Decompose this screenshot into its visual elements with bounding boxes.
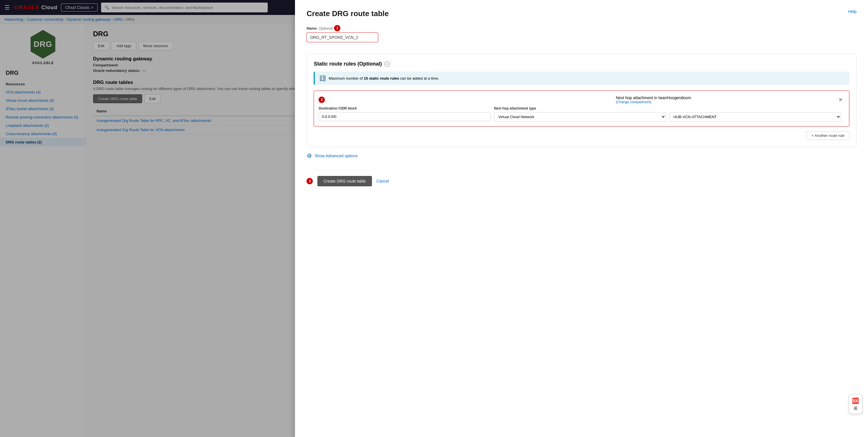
- step-badge-3: 3: [307, 178, 313, 184]
- static-route-rules-section: Static route rules (Optional) i ℹ️ Maxim…: [307, 54, 857, 147]
- another-route-rule-button[interactable]: + Another route rule: [807, 131, 849, 140]
- static-rules-header: Static route rules (Optional) i: [314, 61, 849, 67]
- show-advanced-options[interactable]: ⚙️ Show Advanced options: [307, 153, 857, 158]
- modal-overlay: Create DRG route table Help Name Optiona…: [0, 0, 868, 437]
- info-banner: ℹ️ Maximum number of 15 static route rul…: [314, 71, 849, 85]
- destination-cidr-input[interactable]: [318, 112, 490, 121]
- modal-title: Create DRG route table: [307, 9, 389, 18]
- help-float-grid-icon: ⊞: [854, 405, 857, 411]
- route-rule-step-row: 2 Next hop attachment in IwanHoogendoorn…: [318, 95, 844, 104]
- step-badge-2: 2: [318, 96, 325, 103]
- close-route-rule-button[interactable]: ✕: [837, 96, 844, 104]
- show-advanced-label: Show Advanced options: [314, 153, 357, 158]
- next-hop-type-select[interactable]: Virtual Cloud Network IP Sec tunnel Virt…: [494, 112, 666, 122]
- next-hop-type-column: Next hop attachment type Virtual Cloud N…: [494, 106, 666, 122]
- destination-cidr-column: Destination CIDR block: [318, 106, 490, 121]
- another-route-btn-row: + Another route rule: [314, 131, 849, 140]
- next-hop-attachment-column: HUB-VCN-ATTACHMENT: [669, 106, 841, 122]
- next-hop-type-header: Next hop attachment type: [494, 106, 666, 110]
- name-input[interactable]: [307, 32, 378, 42]
- info-banner-text: Maximum number of 15 static route rules …: [329, 76, 439, 81]
- name-label-text: Name: [307, 26, 316, 30]
- modal-header: Create DRG route table Help: [307, 9, 857, 18]
- modal-footer: 3 Create DRG route table Cancel: [307, 170, 857, 186]
- step-badge-1: 1: [334, 25, 340, 31]
- cancel-button[interactable]: Cancel: [377, 179, 389, 183]
- create-drg-route-table-modal: Create DRG route table Help Name Optiona…: [295, 0, 868, 437]
- sliders-icon: ⚙️: [307, 153, 312, 158]
- create-drg-route-table-submit-button[interactable]: Create DRG route table: [317, 176, 372, 186]
- next-hop-attachment-col-header: [669, 106, 841, 110]
- next-hop-attachment-label: Next hop attachment in IwanHoogendoorn: [616, 95, 691, 100]
- change-compartment-link[interactable]: (Change compartment): [616, 100, 691, 104]
- route-rule-grid: Destination CIDR block Next hop attachme…: [318, 106, 844, 122]
- static-rules-title: Static route rules (Optional): [314, 61, 382, 67]
- route-rule-box: 2 Next hop attachment in IwanHoogendoorn…: [314, 91, 849, 126]
- destination-cidr-header: Destination CIDR block: [318, 106, 490, 110]
- modal-help-link[interactable]: Help: [848, 9, 857, 14]
- next-hop-attachment-header: Next hop attachment in IwanHoogendoorn (…: [616, 95, 691, 104]
- info-banner-icon: ℹ️: [319, 75, 326, 81]
- help-float-icon: 🆘: [852, 397, 859, 404]
- name-optional-text: Optional: [318, 26, 332, 30]
- static-rules-info-icon[interactable]: i: [384, 61, 390, 67]
- floating-help-button[interactable]: 🆘 ⊞: [849, 394, 862, 414]
- next-hop-attachment-select[interactable]: HUB-VCN-ATTACHMENT: [669, 112, 841, 122]
- name-field-label: Name Optional 1: [307, 25, 857, 31]
